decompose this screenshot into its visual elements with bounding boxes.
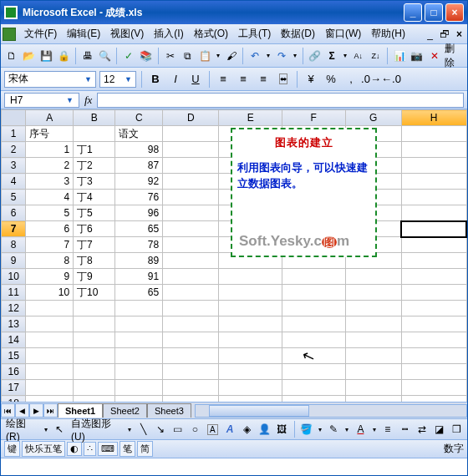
cell[interactable]	[401, 269, 466, 285]
shadow-icon[interactable]	[433, 422, 447, 437]
cell[interactable]: 丁9	[74, 269, 115, 285]
cell[interactable]: 1	[26, 142, 74, 158]
tab-next-button[interactable]: ▶	[29, 403, 43, 418]
cell[interactable]	[115, 332, 163, 348]
cell[interactable]: 6	[26, 221, 74, 237]
cell[interactable]	[401, 237, 466, 253]
cell[interactable]: 96	[115, 205, 163, 221]
line-weight-icon[interactable]	[380, 422, 394, 437]
cell[interactable]	[163, 253, 219, 269]
cell[interactable]: 3	[26, 174, 74, 190]
cell[interactable]	[345, 396, 401, 403]
textbox-icon[interactable]	[206, 422, 220, 437]
decrease-decimal-icon[interactable]: ←.0	[383, 71, 399, 88]
cell[interactable]: 丁1	[74, 142, 115, 158]
row-header[interactable]: 1	[2, 126, 26, 142]
tab-first-button[interactable]: ⏮	[1, 403, 15, 418]
select-objects-icon[interactable]: ↖	[52, 422, 66, 437]
align-right-icon[interactable]	[255, 71, 272, 88]
cell[interactable]	[219, 301, 282, 316]
cell[interactable]	[163, 380, 219, 396]
cell[interactable]	[26, 396, 74, 403]
redo-dropdown[interactable]	[292, 52, 298, 59]
col-header-b[interactable]: B	[74, 110, 115, 126]
cell[interactable]	[345, 316, 401, 332]
col-header-h[interactable]: H	[401, 110, 466, 126]
format-painter-icon[interactable]	[224, 48, 239, 63]
row-header[interactable]: 2	[2, 142, 26, 158]
cell[interactable]	[163, 158, 219, 174]
paste-icon[interactable]	[197, 48, 212, 63]
ime-setting-1[interactable]: ◐	[67, 442, 82, 456]
3d-icon[interactable]	[450, 422, 464, 437]
cell[interactable]	[163, 174, 219, 190]
sort-desc-icon[interactable]	[369, 48, 384, 63]
cell[interactable]: 丁5	[74, 205, 115, 221]
cell[interactable]	[345, 269, 401, 285]
draw-menu[interactable]: 绘图(R)	[4, 417, 39, 443]
align-center-icon[interactable]	[235, 71, 252, 88]
line-icon[interactable]	[136, 422, 150, 437]
rectangle-icon[interactable]	[170, 422, 185, 437]
row-header[interactable]: 17	[2, 380, 26, 396]
menu-help[interactable]: 帮助(H)	[366, 24, 410, 43]
cell[interactable]	[163, 126, 219, 142]
col-header-e[interactable]: E	[219, 110, 282, 126]
cell[interactable]	[26, 316, 74, 332]
cell[interactable]	[163, 301, 219, 316]
cell[interactable]	[401, 364, 466, 380]
menu-data[interactable]: 数据(D)	[276, 24, 320, 43]
cell[interactable]	[401, 190, 466, 205]
cell[interactable]	[282, 269, 345, 285]
cell[interactable]	[401, 348, 466, 364]
col-header-f[interactable]: F	[282, 110, 345, 126]
cell[interactable]	[115, 301, 163, 316]
font-combo[interactable]: 宋体 ▼	[4, 71, 96, 88]
cell[interactable]: 76	[115, 190, 163, 205]
cell[interactable]	[401, 126, 466, 142]
cell[interactable]	[26, 301, 74, 316]
row-header[interactable]: 16	[2, 364, 26, 380]
chevron-down-icon[interactable]: ▼	[125, 75, 132, 84]
cell[interactable]: 丁4	[74, 190, 115, 205]
cell[interactable]	[345, 301, 401, 316]
cell[interactable]: 语文	[115, 126, 163, 142]
cell[interactable]	[282, 396, 345, 403]
research-icon[interactable]	[139, 48, 154, 63]
fx-icon[interactable]: fx	[84, 94, 92, 107]
permission-icon[interactable]	[56, 48, 71, 63]
row-header[interactable]: 11	[2, 285, 26, 301]
scrollbar-thumb[interactable]	[209, 405, 309, 417]
cell[interactable]: 8	[26, 253, 74, 269]
menu-format[interactable]: 格式(O)	[189, 24, 233, 43]
cell[interactable]: 丁3	[74, 174, 115, 190]
cell[interactable]: 5	[26, 205, 74, 221]
font-color-icon[interactable]	[354, 422, 368, 437]
fill-color-icon[interactable]	[300, 422, 314, 437]
row-header[interactable]: 3	[2, 158, 26, 174]
row-header[interactable]: 6	[2, 205, 26, 221]
align-left-icon[interactable]	[215, 71, 231, 88]
underline-button[interactable]: U	[187, 71, 204, 88]
cell[interactable]: 10	[26, 285, 74, 301]
clipart-icon[interactable]	[257, 422, 272, 437]
cell[interactable]	[163, 142, 219, 158]
cell[interactable]	[26, 348, 74, 364]
name-box[interactable]: H7 ▼	[4, 93, 79, 108]
doc-restore-button[interactable]: 🗗	[436, 28, 453, 40]
cell[interactable]	[74, 396, 115, 403]
ime-toggle-button[interactable]: 键	[4, 441, 20, 457]
close-button[interactable]: ×	[445, 3, 464, 22]
chart-wizard-icon[interactable]	[392, 48, 407, 63]
cell[interactable]: 2	[26, 158, 74, 174]
ime-setting-2[interactable]: ∴	[84, 442, 96, 456]
menu-insert[interactable]: 插入(I)	[149, 24, 188, 43]
cell[interactable]	[345, 285, 401, 301]
cell[interactable]	[282, 364, 345, 380]
row-header[interactable]: 14	[2, 332, 26, 348]
currency-icon[interactable]	[303, 71, 319, 88]
cell[interactable]: 98	[115, 142, 163, 158]
cell[interactable]: 9	[26, 269, 74, 285]
delete-icon[interactable]	[427, 48, 442, 63]
cell[interactable]: 91	[115, 269, 163, 285]
